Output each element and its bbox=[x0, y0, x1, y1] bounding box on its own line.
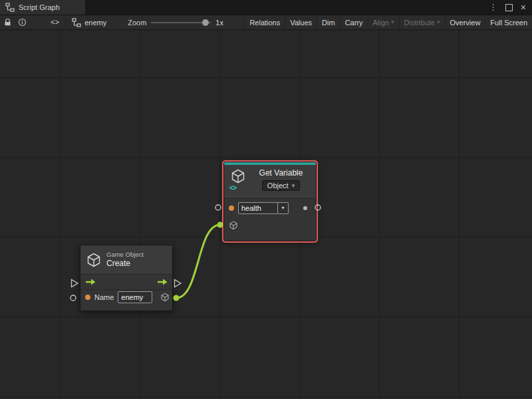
graph-name: enemy bbox=[84, 19, 106, 27]
scope-value: Object bbox=[267, 182, 289, 190]
window-controls: ⋮ × bbox=[489, 0, 532, 15]
variable-name-row: health ▾ bbox=[224, 198, 316, 217]
variable-name-combo: health ▾ bbox=[238, 202, 289, 214]
variable-name-dropdown[interactable]: ▾ bbox=[278, 202, 289, 214]
get-variable-footer bbox=[224, 234, 316, 241]
create-node-footer bbox=[80, 305, 172, 311]
relations-button[interactable]: Relations bbox=[244, 15, 285, 29]
chevron-down-icon: ▾ bbox=[292, 183, 295, 189]
graph-toolbar: <> enemy Zoom 1x Relations Values Dim Ca… bbox=[0, 15, 532, 30]
game-object-output-icon[interactable] bbox=[160, 293, 170, 302]
variable-name-port-dot[interactable] bbox=[229, 205, 234, 211]
zoom-label: Zoom bbox=[128, 19, 146, 27]
create-node-flow-row bbox=[80, 274, 172, 289]
flow-out-arrow-icon[interactable] bbox=[157, 279, 168, 285]
script-graph-icon bbox=[5, 3, 15, 12]
lock-button[interactable] bbox=[0, 15, 15, 29]
graph-breadcrumb[interactable]: enemy bbox=[68, 18, 110, 27]
name-input[interactable]: enemy bbox=[118, 291, 152, 303]
zoom-slider-handle[interactable] bbox=[202, 19, 209, 26]
variable-object-icon: <> bbox=[229, 168, 247, 191]
create-node-header[interactable]: Game Object Create bbox=[80, 245, 172, 274]
tab-script-graph[interactable]: Script Graph bbox=[0, 0, 85, 15]
toolbar-buttons: Relations Values Dim Carry Align▾ Distri… bbox=[244, 15, 532, 29]
zoom-control: Zoom 1x bbox=[128, 19, 223, 27]
code-icon: <> bbox=[51, 19, 59, 27]
inspector-button[interactable] bbox=[15, 15, 29, 29]
chevron-down-icon: ▾ bbox=[437, 19, 440, 25]
dim-button[interactable]: Dim bbox=[317, 15, 340, 29]
unity-script-graph-window: { "window": { "tab": "Script Graph", "me… bbox=[0, 0, 532, 399]
create-node[interactable]: Game Object Create Name enemy bbox=[80, 245, 173, 311]
create-node-title: Create bbox=[106, 259, 144, 269]
chevron-down-icon: ▾ bbox=[281, 205, 284, 211]
maximize-icon[interactable] bbox=[505, 4, 513, 11]
lock-icon bbox=[3, 18, 12, 27]
overview-button[interactable]: Overview bbox=[445, 15, 485, 29]
close-icon[interactable]: × bbox=[521, 3, 526, 12]
flow-in-arrow-icon[interactable] bbox=[85, 279, 96, 285]
create-node-category: Game Object bbox=[106, 251, 144, 259]
edit-script-button[interactable]: <> bbox=[47, 19, 63, 27]
object-input-cube-icon[interactable] bbox=[229, 221, 238, 230]
game-object-icon bbox=[86, 252, 102, 268]
variable-scope-dropdown[interactable]: Object ▾ bbox=[262, 180, 300, 191]
zoom-slider[interactable] bbox=[151, 22, 211, 23]
name-label: Name bbox=[94, 293, 114, 301]
values-button[interactable]: Values bbox=[285, 15, 317, 29]
code-badge-icon: <> bbox=[229, 185, 236, 192]
graph-asset-icon bbox=[72, 18, 81, 27]
toolbar-divider bbox=[65, 18, 66, 27]
name-port-dot[interactable] bbox=[85, 295, 90, 300]
object-input-row bbox=[224, 217, 316, 234]
graph-canvas[interactable]: Game Object Create Name enemy <> Ge bbox=[0, 29, 532, 399]
carry-button[interactable]: Carry bbox=[340, 15, 368, 29]
align-button[interactable]: Align▾ bbox=[368, 15, 399, 29]
zoom-value: 1x bbox=[215, 19, 223, 27]
chevron-down-icon: ▾ bbox=[391, 19, 394, 25]
get-variable-header[interactable]: <> Get Variable Object ▾ bbox=[224, 165, 316, 198]
tab-label: Script Graph bbox=[19, 3, 60, 11]
distribute-button[interactable]: Distribute▾ bbox=[399, 15, 445, 29]
title-bar: Script Graph ⋮ × bbox=[0, 0, 532, 15]
info-icon bbox=[18, 18, 27, 27]
full-screen-button[interactable]: Full Screen bbox=[485, 15, 532, 29]
value-output-dot[interactable] bbox=[303, 206, 307, 210]
window-menu-icon[interactable]: ⋮ bbox=[489, 3, 497, 11]
create-node-name-row: Name enemy bbox=[80, 289, 172, 305]
get-variable-node[interactable]: <> Get Variable Object ▾ health ▾ bbox=[223, 162, 317, 241]
cube-icon bbox=[230, 168, 246, 184]
get-variable-title: Get Variable bbox=[259, 168, 303, 178]
variable-name-input[interactable]: health bbox=[238, 202, 278, 214]
